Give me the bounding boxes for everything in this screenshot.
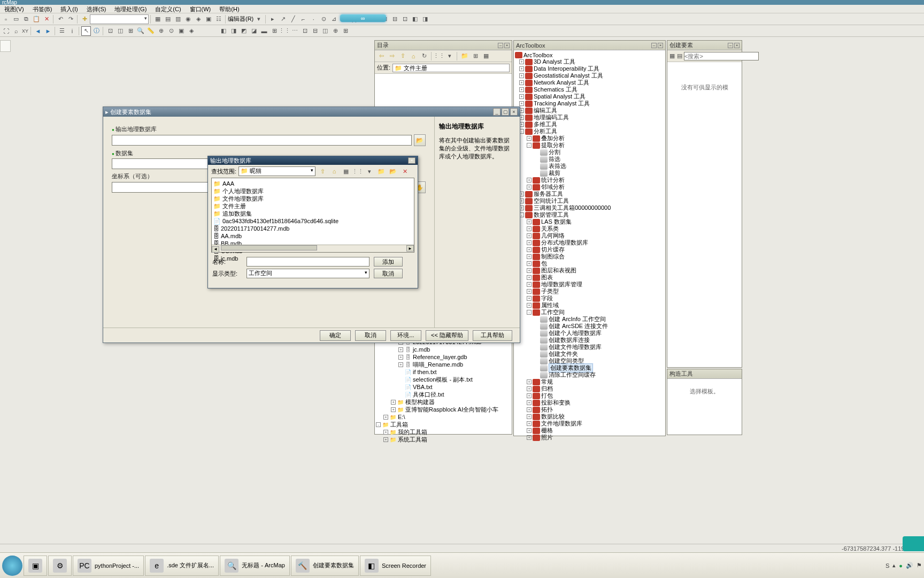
right-dock-widget[interactable] [903, 536, 924, 551]
arctoolbox-tree[interactable]: ArcToolbox +3D Analyst 工具+Data Interoper… [514, 50, 665, 442]
tb-zoomin-icon[interactable]: ⌕ [11, 26, 21, 36]
catalog-item[interactable]: 📄具体口径.txt [376, 391, 511, 398]
toolbox-item[interactable]: 创建文件地理数据库 [515, 344, 664, 351]
tb-edit16-icon[interactable]: ◨ [420, 14, 430, 24]
tb-open-icon[interactable]: ▭ [11, 14, 21, 24]
tb-delete-icon[interactable]: ✕ [42, 14, 51, 24]
environments-button[interactable]: 环境... [390, 330, 421, 341]
tray-icon[interactable]: ● [899, 562, 903, 569]
tb-edit15-icon[interactable]: ◧ [410, 14, 420, 24]
tb-zoomfull-icon[interactable]: ⛶ [1, 26, 11, 36]
tb-g2-icon[interactable]: ◫ [116, 26, 125, 36]
tb-g5-icon[interactable]: ◈ [187, 26, 196, 36]
start-button[interactable] [2, 556, 22, 576]
pin-icon[interactable]: – [651, 43, 657, 48]
toolbox-item[interactable]: -分析工具 [515, 128, 664, 135]
toolbox-item[interactable]: +地理数据库管理 [515, 281, 664, 288]
tb-edit3-icon[interactable]: ╱ [288, 14, 298, 24]
menu-bookmark[interactable]: 书签(B) [28, 5, 57, 13]
catalog-item[interactable]: +📁模型构建器 [376, 398, 511, 406]
toolbox-item[interactable]: +叠加分析 [515, 135, 664, 142]
tb-hyper-icon[interactable]: ⊕ [156, 26, 166, 36]
tb-georef1-icon[interactable]: ◧ [219, 26, 228, 36]
pin-icon[interactable]: – [498, 43, 503, 48]
tb-g3-icon[interactable]: ⊞ [126, 26, 135, 36]
location-dropdown[interactable]: 📁 文件主册 [392, 64, 510, 72]
views-icon[interactable]: ⋮⋮ [434, 51, 444, 61]
toolbox-item[interactable]: +图层和表视图 [515, 267, 664, 274]
tb-modelbuilder-icon[interactable]: ☷ [214, 14, 224, 24]
browse-item[interactable]: 🗄AA.mdb [213, 232, 320, 240]
tb-fwd-icon[interactable]: ► [43, 26, 53, 36]
cancel-button[interactable]: 取消 [355, 330, 386, 341]
catalog-item[interactable]: +📁亚博智能Raspblock AI全向智能小车 [376, 406, 511, 413]
taskbar-app[interactable]: ◧Screen Recorder [360, 556, 431, 576]
document-tab[interactable] [0, 40, 11, 52]
browse-item[interactable]: 📁追加数据集 [213, 210, 320, 217]
toolbox-item[interactable]: +分布式地理数据库 [515, 239, 664, 246]
add-button[interactable]: 添加 [374, 257, 403, 267]
tb-edit14-icon[interactable]: ⊡ [400, 14, 410, 24]
tb-georef10-icon[interactable]: ⊟ [310, 26, 320, 36]
tb-edit13-icon[interactable]: ⊟ [390, 14, 399, 24]
menu-geoprocessing[interactable]: 地理处理(G) [110, 5, 151, 13]
tb-georef7-icon[interactable]: ⋮⋮ [280, 26, 289, 36]
tb-catalog-icon[interactable]: ▥ [173, 14, 183, 24]
newfolder-icon[interactable]: 📁 [376, 166, 386, 176]
tb-pan-icon[interactable]: ☰ [57, 26, 67, 36]
tb-paste-icon[interactable]: 📋 [32, 14, 41, 24]
close-icon[interactable]: × [408, 157, 415, 164]
dd-icon[interactable]: ▾ [445, 51, 455, 61]
tb-georef5-icon[interactable]: ▬ [259, 26, 269, 36]
catalog-item[interactable]: +📁E:\ [376, 413, 511, 421]
connect-icon[interactable]: 📁 [460, 51, 469, 61]
catalog-item[interactable]: +📁我的工具箱 [376, 428, 511, 436]
search-input[interactable] [684, 52, 759, 60]
scale-dropdown[interactable] [90, 14, 149, 24]
browse-item[interactable]: 📁文件主册 [213, 202, 320, 210]
toolbox-item[interactable]: +文件地理数据库 [515, 420, 664, 427]
ok-button[interactable]: 确定 [320, 330, 351, 341]
tb-edit5-icon[interactable]: · [309, 14, 318, 24]
tb-back-icon[interactable]: ◄ [33, 26, 43, 36]
tb-ident-icon[interactable]: i [67, 26, 77, 36]
tb-edit1-icon[interactable]: ▸ [268, 14, 278, 24]
lookin-dropdown[interactable]: 📁 昵猫 [238, 166, 315, 176]
toolbox-item[interactable]: +图表 [515, 274, 664, 281]
tray-icon[interactable]: S [886, 562, 889, 569]
maximize-icon[interactable]: ▢ [502, 108, 509, 116]
toolbox-item[interactable]: +属性域 [515, 302, 664, 309]
param-output-gdb-input[interactable] [112, 135, 412, 146]
tb-georef6-icon[interactable]: ⊞ [270, 26, 279, 36]
browse-item[interactable]: 🗄20220117170014277.mdb [213, 225, 320, 232]
fwd-icon[interactable]: ⇨ [387, 51, 397, 61]
close-icon[interactable]: × [734, 43, 740, 48]
tb-georef12-icon[interactable]: ⊕ [330, 26, 340, 36]
connect-icon[interactable]: 📂 [388, 166, 398, 176]
browse-item[interactable]: 🗄jc.mdb [213, 255, 320, 262]
tb-edit6-icon[interactable]: ⊙ [319, 14, 328, 24]
scroll-right-icon[interactable]: ► [406, 245, 414, 252]
toolbox-item[interactable]: +制图综合 [515, 253, 664, 260]
menu-insert[interactable]: 插入(I) [56, 5, 82, 13]
toolbox-item[interactable]: +投影和变换 [515, 399, 664, 406]
close-icon[interactable]: × [510, 108, 518, 116]
toolbox-item[interactable]: 裁剪 [515, 170, 664, 177]
catalog-item[interactable]: 📄if then.txt [376, 368, 511, 376]
menu-view[interactable]: 视图(V) [0, 5, 28, 13]
browse-item[interactable]: 📄0ac9433fdb4130ef1b818646a79cd646.sqlite [213, 217, 320, 225]
catalog-item[interactable]: +🗄Reference_layer.gdb [376, 353, 511, 361]
editor-label[interactable]: 编辑器(R) [228, 15, 253, 23]
toolbox-item[interactable]: +常规 [515, 378, 664, 385]
toolbox-item[interactable]: +数据比较 [515, 413, 664, 420]
scroll-thumb[interactable] [221, 245, 317, 250]
tb-edit4-icon[interactable]: ⌐ [298, 14, 308, 24]
tb-copy-icon[interactable]: ⧉ [21, 14, 31, 24]
toolbox-item[interactable]: +拓扑 [515, 406, 664, 413]
catalog-item[interactable]: +🗄jc.mdb [376, 346, 511, 353]
toolbox-item[interactable]: -数据管理工具 [515, 211, 664, 218]
toolbox-item[interactable]: -提取分析 [515, 142, 664, 149]
taskbar-app[interactable]: 🔨创建要素数据集 [291, 556, 359, 576]
tb-undo-icon[interactable]: ↶ [56, 14, 65, 24]
home-icon[interactable]: ⌂ [329, 166, 339, 176]
